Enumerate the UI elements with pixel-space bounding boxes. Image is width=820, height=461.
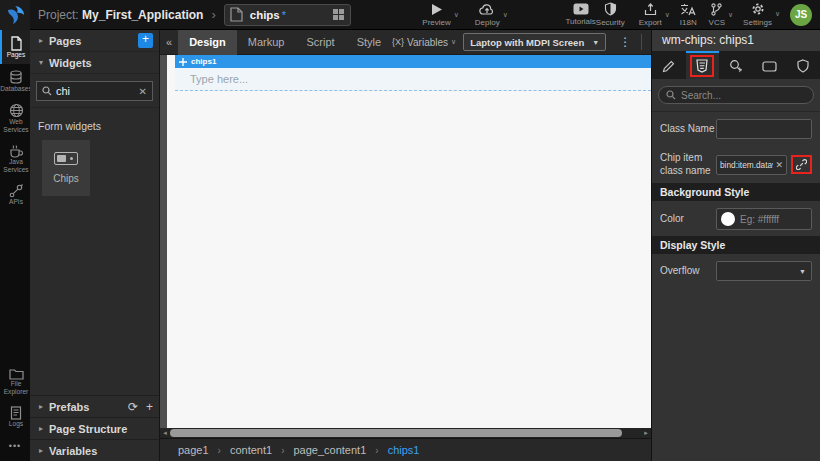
rail-more-button[interactable]: ••• [0, 433, 30, 461]
export-icon [644, 3, 657, 16]
tab-device[interactable] [753, 51, 787, 79]
selected-widget-title: wm-chips: chips1 [652, 30, 820, 51]
tutorials-button[interactable]: Tutorials [565, 3, 595, 26]
rail-item-file-explorer[interactable]: File Explorer [0, 362, 30, 400]
scrollbar-thumb[interactable] [170, 429, 622, 437]
vcs-button[interactable]: VCS [709, 3, 725, 27]
security-button[interactable]: Security [596, 2, 625, 27]
widget-search[interactable]: ✕ [36, 81, 153, 101]
search-icon [42, 86, 52, 96]
i18n-label: I18N [680, 19, 697, 27]
preview-button[interactable]: Preview [422, 3, 450, 27]
variables-dropdown-label: Variables [407, 37, 448, 48]
prefabs-accordion[interactable]: ▸ Prefabs ⟳ + [30, 395, 159, 417]
export-button[interactable]: Export [639, 3, 662, 27]
breadcrumb-content1[interactable]: content1 [230, 444, 272, 456]
security-shield-icon [604, 2, 617, 16]
tab-design[interactable]: Design [178, 30, 237, 55]
breadcrumb-separator: › [375, 445, 378, 456]
class-name-label: Class Name [660, 123, 716, 136]
tab-style[interactable]: Style [346, 30, 392, 55]
security-label: Security [596, 19, 625, 27]
chip-item-class-input[interactable]: bind:item.datavalue.d ✕ [716, 155, 787, 175]
widgets-accordion[interactable]: ▾ Widgets [30, 52, 159, 74]
project-breadcrumb[interactable]: Project: My_First_Application [38, 8, 203, 22]
vcs-caret-icon[interactable]: ∨ [728, 11, 733, 19]
canvas-more-menu[interactable]: ⋮ [613, 39, 637, 45]
settings-button[interactable]: Settings [743, 2, 772, 27]
properties-search[interactable] [658, 86, 814, 104]
export-caret-icon[interactable]: ∨ [665, 11, 670, 19]
breadcrumb-page1[interactable]: page1 [178, 444, 209, 456]
add-page-button[interactable]: + [138, 33, 153, 48]
chips1-widget[interactable]: chips1 Type here... [175, 55, 651, 91]
settings-caret-icon[interactable]: ∨ [775, 10, 780, 18]
properties-search-input[interactable] [681, 90, 806, 101]
export-label: Export [639, 19, 662, 27]
scroll-left-icon[interactable]: ◂ [160, 429, 170, 437]
wavemaker-logo[interactable] [0, 0, 30, 30]
chips1-selection-header[interactable]: chips1 [175, 55, 651, 68]
tab-events[interactable] [719, 51, 753, 79]
variables-dropdown[interactable]: {X} Variables ∨ [392, 37, 456, 48]
widget-search-input[interactable] [56, 85, 139, 97]
rail-item-apis[interactable]: APIs [0, 178, 30, 211]
display-style-section[interactable]: Display Style [652, 236, 820, 254]
canvas-horizontal-scrollbar[interactable]: ◂ ▸ [160, 428, 651, 438]
breadcrumb-separator: › [218, 445, 221, 456]
device-selector[interactable]: Laptop with MDPI Screen ▼ [463, 33, 606, 51]
chips-widget-card[interactable]: Chips [42, 140, 90, 196]
collapse-left-panel-button[interactable]: « [160, 36, 178, 48]
tab-security[interactable] [786, 51, 820, 79]
canvas-toolbar: « Design Markup Script Style {X} Variabl… [160, 30, 651, 55]
color-swatch[interactable] [721, 212, 735, 226]
clear-binding-icon[interactable]: ✕ [775, 160, 783, 170]
variables-accordion[interactable]: ▸ Variables [30, 439, 159, 461]
rail-label: Databases [0, 85, 32, 93]
preview-label: Preview [422, 19, 450, 27]
open-page-tab[interactable]: chips * [224, 4, 351, 26]
deploy-button[interactable]: Deploy [475, 3, 500, 27]
scroll-right-icon[interactable]: ▸ [641, 429, 651, 437]
background-style-section[interactable]: Background Style [652, 183, 820, 201]
color-input[interactable] [740, 214, 807, 225]
rail-item-web-services[interactable]: Web Services [0, 97, 30, 138]
top-bar: Project: My_First_Application › chips * … [0, 0, 820, 30]
tab-styles[interactable] [686, 51, 720, 79]
user-avatar[interactable]: JS [790, 4, 812, 26]
rail-item-pages[interactable]: Pages [0, 30, 30, 64]
page-canvas[interactable]: chips1 Type here... [167, 55, 651, 428]
tab-properties[interactable] [652, 51, 686, 79]
pages-accordion[interactable]: ▸ Pages + [30, 30, 159, 52]
rail-item-databases[interactable]: Databases [0, 64, 30, 98]
class-name-input[interactable] [716, 119, 812, 139]
page-structure-accordion[interactable]: ▸ Page Structure [30, 417, 159, 439]
selected-widget-name: chips1 [191, 57, 216, 66]
caret-down-icon: ▼ [592, 39, 599, 46]
rail-item-logs[interactable]: Logs [0, 400, 30, 433]
refresh-prefabs-icon[interactable]: ⟳ [128, 400, 138, 414]
tab-markup[interactable]: Markup [237, 30, 296, 55]
breadcrumb-chips1[interactable]: chips1 [388, 444, 420, 456]
tab-script[interactable]: Script [296, 30, 346, 55]
rail-item-java-services[interactable]: Java Services [0, 138, 30, 178]
overflow-select[interactable]: ▼ [716, 261, 812, 281]
page-structure-label: Page Structure [49, 423, 127, 435]
preview-caret-icon[interactable]: ∨ [454, 11, 459, 19]
deploy-caret-icon[interactable]: ∨ [503, 11, 508, 19]
pages-accordion-label: Pages [49, 35, 81, 47]
breadcrumb-page-content1[interactable]: page_content1 [293, 444, 366, 456]
add-prefab-icon[interactable]: + [146, 400, 153, 414]
canvas-column: « Design Markup Script Style {X} Variabl… [160, 30, 651, 461]
i18n-button[interactable]: I18N [680, 3, 697, 27]
widget-breadcrumb-bar: page1 › content1 › page_content1 › chips… [160, 438, 651, 461]
open-page-name: chips [250, 9, 280, 21]
bind-link-icon[interactable] [796, 159, 807, 170]
chips1-input-area[interactable]: Type here... [175, 68, 651, 91]
caret-right-icon: ▸ [39, 424, 49, 433]
clear-search-icon[interactable]: ✕ [139, 86, 147, 97]
grid-view-icon[interactable] [332, 8, 345, 21]
color-field[interactable] [716, 208, 812, 230]
api-connector-icon [9, 184, 23, 198]
deploy-label: Deploy [475, 19, 500, 27]
